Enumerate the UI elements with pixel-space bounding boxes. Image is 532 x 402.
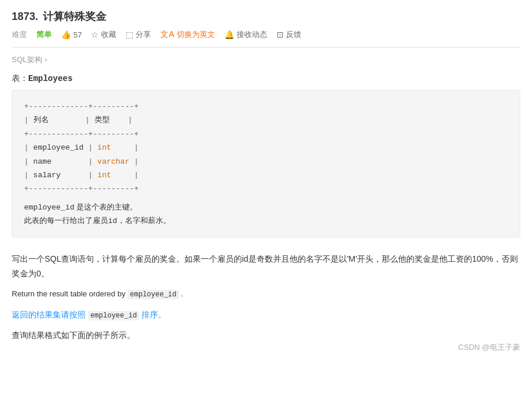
share-label: 分享 — [136, 29, 151, 40]
schema-line-3: | employee_id | int | — [24, 141, 508, 154]
like-icon: 👍 — [61, 30, 71, 39]
notify-icon: 🔔 — [224, 30, 234, 39]
problem-number: 1873. — [12, 11, 38, 23]
switch-lang-icon: 文A — [160, 29, 174, 40]
difficulty-value[interactable]: 简单 — [36, 29, 52, 40]
feedback-label: 反馈 — [286, 29, 301, 40]
description-section: 写出一个SQL查询语句，计算每个雇员的奖金。如果一个雇员的id是奇数并且他的名字… — [12, 252, 520, 343]
en-inline-code: employee_id — [127, 290, 179, 299]
switch-lang-button[interactable]: 文A 切换为英文 — [160, 29, 214, 40]
breadcrumb[interactable]: SQL架构 › — [12, 55, 520, 65]
result-format-description: 查询结果格式如下面的例子所示。 — [12, 328, 520, 343]
switch-lang-label: 切换为英文 — [177, 29, 215, 40]
collect-label: 收藏 — [101, 29, 116, 40]
share-icon: ⬚ — [126, 30, 133, 39]
feedback-button[interactable]: ⊡ 反馈 — [277, 29, 301, 40]
schema-line-4: | name | varchar | — [24, 155, 508, 168]
difficulty-label: 难度 — [12, 29, 27, 40]
schema-line-5: | salary | int | — [24, 168, 508, 182]
collect-button[interactable]: ☆ 收藏 — [91, 29, 116, 40]
table-name: Employees — [28, 74, 73, 83]
watermark: CSDN @电王子豪 — [458, 342, 520, 353]
notify-button[interactable]: 🔔 接收动态 — [224, 29, 267, 40]
like-count: 57 — [73, 31, 82, 39]
schema-line-2: +-------------+---------+ — [24, 127, 508, 141]
zh-order-description: 返回的结果集请按照 employee_id 排序。 — [12, 308, 520, 323]
schema-line-6: +-------------+---------+ — [24, 182, 508, 195]
en-description: Return the result table ordered by emplo… — [12, 287, 520, 302]
zh-inline-code: employee_id — [88, 311, 139, 320]
notify-label: 接收动态 — [237, 29, 267, 40]
breadcrumb-arrow: › — [45, 55, 47, 64]
table-label: 表：Employees — [12, 73, 520, 84]
schema-line-0: +-------------+---------+ — [24, 100, 508, 113]
main-description: 写出一个SQL查询语句，计算每个雇员的奖金。如果一个雇员的id是奇数并且他的名字… — [12, 252, 520, 281]
table-label-text: 表： — [12, 73, 28, 83]
problem-title: 计算特殊奖金 — [43, 9, 106, 23]
share-button[interactable]: ⬚ 分享 — [126, 29, 151, 40]
toolbar: 难度 简单 👍 57 ☆ 收藏 ⬚ 分享 文A 切换为英文 🔔 接收动态 ⊡ 反… — [12, 29, 520, 48]
feedback-icon: ⊡ — [277, 30, 284, 39]
schema-note: employee_id 是这个表的主键。 此表的每一行给出了雇员id，名字和薪水… — [24, 201, 508, 228]
schema-box: +-------------+---------+ | 列名 | 类型 | +-… — [12, 90, 520, 238]
breadcrumb-text: SQL架构 — [12, 55, 42, 64]
watermark-text: CSDN @电王子豪 — [458, 343, 520, 352]
collect-icon: ☆ — [91, 30, 99, 39]
schema-note-line-2: 此表的每一行给出了雇员id，名字和薪水。 — [24, 214, 508, 228]
schema-note-line-1: employee_id 是这个表的主键。 — [24, 201, 508, 214]
like-button[interactable]: 👍 57 — [61, 30, 82, 39]
schema-line-1: | 列名 | 类型 | — [24, 113, 508, 127]
